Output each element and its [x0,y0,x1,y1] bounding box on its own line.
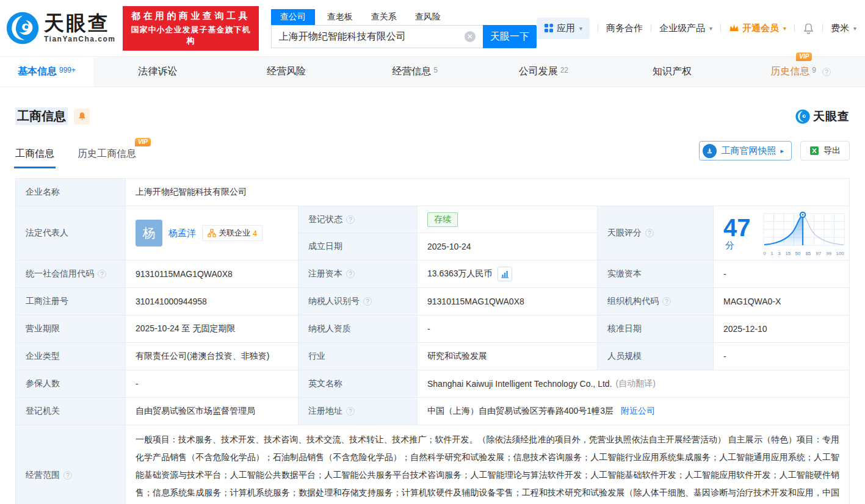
company-section-tabs: 基本信息 999+ 法律诉讼 经营风险 经营信息 5 公司发展 22 知识产权 … [0,57,865,87]
tab-operating-info[interactable]: 经营信息 5 [350,57,479,87]
related-count: 4 [253,229,257,238]
divider [598,24,598,32]
legal-rep-link[interactable]: 杨孟洋 [168,228,196,239]
search-tab-risk[interactable]: 查风险 [415,9,441,25]
export-button[interactable]: 导出 [800,141,850,160]
user-menu[interactable]: 费米▾ [831,23,856,34]
credit-code: 91310115MAG1QWA0X8 [125,261,298,287]
tab-count: 9 [812,66,816,74]
nearby-companies-link[interactable]: 附近公司 [621,406,655,417]
field-label: 纳税人识别号 [308,296,360,307]
open-vip-menu[interactable]: 开通会员▾ [729,23,786,34]
capital-chart-icon[interactable] [498,267,512,281]
company-name: 上海开物纪智能科技有限公司 [125,179,849,206]
help-icon[interactable] [346,270,355,278]
company-type: 有限责任公司(港澳台投资、非独资) [125,343,298,370]
tab-history-info[interactable]: 历史信息VIP 9 [736,57,865,87]
status-badge: 存续 [427,212,458,227]
divider [822,24,823,32]
official-snapshot-button[interactable]: 工商官网快照 ▸ [699,141,792,160]
search-tab-relation[interactable]: 查关系 [371,9,397,25]
field-label: 登记机关 [16,398,125,425]
staff-size: - [713,343,849,370]
paid-in-capital: - [713,261,849,287]
legal-rep-avatar[interactable]: 杨 [136,220,162,247]
search-tab-company[interactable]: 查公司 [271,9,315,25]
tianyancha-logo-icon [6,12,39,45]
field-label: 英文名称 [298,370,417,397]
watermark-logo: 天眼查 [795,109,850,124]
business-info-table: 企业名称 上海开物纪智能科技有限公司 法定代表人 杨 杨孟洋 关联企业 4 [15,178,850,504]
tianyancha-logo-icon [795,109,810,124]
tab-operating-risk[interactable]: 经营风险 [222,57,351,87]
tab-count: 999+ [59,66,76,74]
help-icon[interactable] [662,297,671,306]
tab-intellectual-property[interactable]: 知识产权 [608,57,737,87]
top-menu: 应用▾ 商务合作 企业级产品▾ 开通会员▾ 费米▾ [537,18,856,39]
search-tab-boss[interactable]: 查老板 [327,9,353,25]
notifications-button[interactable] [803,23,814,34]
search-tabs: 查公司 查老板 查关系 查风险 [271,8,537,25]
approval-date: 2025-12-10 [713,315,849,342]
field-label: 工商注册号 [16,288,125,315]
tab-basic-info[interactable]: 基本信息 999+ [0,57,93,87]
divider [720,24,721,32]
field-label: 注册资本 [308,268,342,279]
field-label: 成立日期 [298,233,417,260]
registered-address: 中国（上海）自由贸易试验区芳春路400号1幢3层 [427,406,613,417]
registered-capital: 13.6363万人民币 [427,268,493,279]
tianyancha-logo[interactable]: 天眼查 TianYanCha.com [6,12,115,45]
help-icon[interactable] [63,471,72,480]
help-icon[interactable] [346,215,355,224]
field-label: 人员规模 [597,343,713,370]
field-label: 组织机构代码 [607,296,659,307]
brand-domain: TianYanCha.com [44,35,115,43]
apps-grid-icon [544,23,554,33]
related-companies-badge[interactable]: 关联企业 4 [202,225,262,241]
tab-count: 22 [560,66,568,74]
help-icon[interactable] [363,297,372,306]
help-icon[interactable] [346,407,355,416]
subtab-history-business-info[interactable]: 历史工商信息 VIP [78,148,136,160]
divider [794,24,795,32]
bell-icon [78,112,87,121]
bell-icon [803,23,814,34]
field-label: 天眼评分 [607,228,642,239]
tab-count: 5 [433,66,438,74]
help-icon[interactable] [822,68,831,76]
apps-menu[interactable]: 应用▾ [537,18,590,39]
business-cooperation-menu[interactable]: 商务合作 [606,23,643,34]
taxpayer-qualification: - [417,315,597,342]
chevron-down-icon: ▾ [853,25,856,32]
field-label: 实缴资本 [597,261,713,287]
username: 费米 [831,23,849,34]
help-icon[interactable] [645,229,654,237]
brand-slogan: 都在用的商业查询工具 国家中小企业发展子基金旗下机构 [123,6,258,51]
registration-authority: 自由贸易试验区市场监督管理局 [125,398,298,425]
divider [651,24,651,32]
enterprise-products-menu[interactable]: 企业级产品▾ [659,23,712,34]
chevron-down-icon: ▾ [783,25,786,32]
field-label: 注册地址 [308,406,342,417]
subscribe-bell-button[interactable] [74,109,90,124]
tyc-score[interactable]: 47分 [723,210,845,256]
business-scope: 一般项目：技术服务、技术开发、技术咨询、技术交流、技术转让、技术推广；软件开发。… [125,425,849,504]
subtab-business-info[interactable]: 工商信息 [15,148,54,160]
tab-company-development[interactable]: 公司发展 22 [479,57,608,87]
field-label: 企业名称 [16,179,125,206]
search-clear-icon[interactable]: ✕ [465,31,476,42]
business-term: 2025-10-24 至 无固定期限 [125,315,298,342]
chevron-down-icon: ▾ [709,25,712,32]
excel-icon [809,146,819,156]
search-input[interactable] [271,25,483,48]
tab-legal-proceedings[interactable]: 法律诉讼 [93,57,222,87]
score-number: 47 [723,214,751,241]
search-box: 查公司 查老板 查关系 查风险 ✕ 天眼一下 [271,8,537,48]
vip-badge: VIP [135,138,151,146]
help-icon[interactable] [98,270,106,278]
auto-translate-note: (自动翻译) [616,378,656,389]
org-chart-icon [208,229,216,237]
field-label: 参保人数 [16,370,125,397]
search-button[interactable]: 天眼一下 [483,25,537,48]
crown-icon [729,23,739,33]
